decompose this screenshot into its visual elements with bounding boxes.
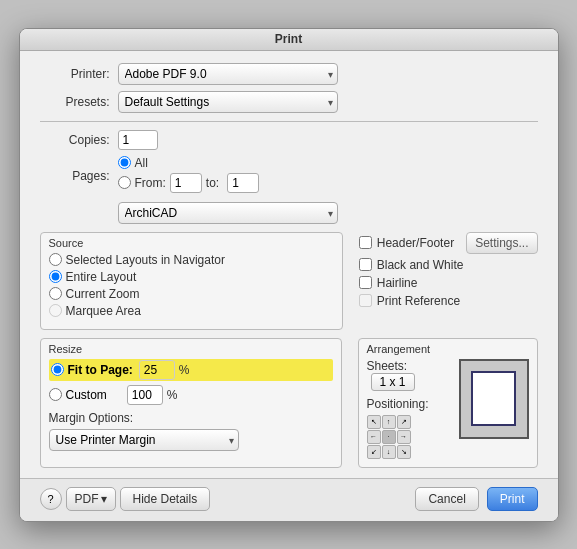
cancel-button[interactable]: Cancel <box>415 487 478 511</box>
resize-legend: Resize <box>49 343 333 355</box>
presets-row: Presets: Default Settings <box>40 91 538 113</box>
source-radio-2[interactable] <box>49 287 62 300</box>
arrangement-content: Sheets: 1 x 1 Positioning: ↖ ↑ ↗ ← · → ↙ <box>367 359 529 459</box>
custom-value-input[interactable] <box>127 385 163 405</box>
margin-label: Margin Options: <box>49 411 134 425</box>
fit-to-page-radio[interactable] <box>51 363 64 376</box>
pages-from-label: From: <box>135 176 166 190</box>
margin-select-wrapper: Use Printer Margin <box>49 429 239 451</box>
arrangement-box: Arrangement Sheets: 1 x 1 Positioning: ↖… <box>358 338 538 468</box>
printer-select[interactable]: Adobe PDF 9.0 <box>118 63 338 85</box>
pages-from-row: From: to: <box>118 173 260 193</box>
pdf-arrow-icon: ▾ <box>101 492 107 506</box>
printer-row: Printer: Adobe PDF 9.0 <box>40 63 538 85</box>
fit-to-page-row: Fit to Page: % <box>49 359 333 381</box>
print-reference-label: Print Reference <box>377 294 460 308</box>
fit-percent-label: % <box>179 363 190 377</box>
footer-left: ? PDF ▾ Hide Details <box>40 487 211 511</box>
header-footer-label: Header/Footer <box>377 236 454 250</box>
sheets-value: 1 x 1 <box>371 373 415 391</box>
sheets-row: Sheets: 1 x 1 <box>367 359 445 391</box>
copies-input[interactable] <box>118 130 158 150</box>
print-dialog: Print Printer: Adobe PDF 9.0 Presets: De… <box>19 28 559 522</box>
hide-details-button[interactable]: Hide Details <box>120 487 211 511</box>
source-option-0: Selected Layouts in Navigator <box>49 253 334 267</box>
resize-box: Resize Fit to Page: % Custom % Margin Op… <box>40 338 342 468</box>
source-option-2: Current Zoom <box>49 287 334 301</box>
source-radio-0[interactable] <box>49 253 62 266</box>
pages-to-label: to: <box>206 176 219 190</box>
sheets-label: Sheets: <box>367 359 408 373</box>
hairline-label: Hairline <box>377 276 418 290</box>
preview-inner <box>471 371 516 426</box>
source-radio-1[interactable] <box>49 270 62 283</box>
page-preview <box>459 359 529 439</box>
pos-top-left[interactable]: ↖ <box>367 415 381 429</box>
source-label-0: Selected Layouts in Navigator <box>66 253 225 267</box>
pos-mid-right[interactable]: → <box>397 430 411 444</box>
bottom-section: Resize Fit to Page: % Custom % Margin Op… <box>40 338 538 468</box>
pos-mid-center[interactable]: · <box>382 430 396 444</box>
pos-mid-left[interactable]: ← <box>367 430 381 444</box>
middle-section: Source Selected Layouts in Navigator Ent… <box>40 232 538 330</box>
help-button[interactable]: ? <box>40 488 62 510</box>
print-button[interactable]: Print <box>487 487 538 511</box>
pos-top-right[interactable]: ↗ <box>397 415 411 429</box>
positioning-label: Positioning: <box>367 397 445 411</box>
pages-from-radio[interactable] <box>118 176 131 189</box>
source-label-3: Marquee Area <box>66 304 141 318</box>
pdf-label: PDF <box>75 492 99 506</box>
source-label-2: Current Zoom <box>66 287 140 301</box>
margin-row: Margin Options: <box>49 411 333 425</box>
positioning-grid: ↖ ↑ ↗ ← · → ↙ ↓ ↘ <box>367 415 445 459</box>
copies-label: Copies: <box>40 133 110 147</box>
pages-all-label: All <box>135 156 148 170</box>
dialog-content: Printer: Adobe PDF 9.0 Presets: Default … <box>20 51 558 478</box>
source-option-1: Entire Layout <box>49 270 334 284</box>
settings-button[interactable]: Settings... <box>466 232 537 254</box>
fit-to-page-label: Fit to Page: <box>68 363 133 377</box>
source-legend: Source <box>49 237 334 249</box>
pages-all-radio[interactable] <box>118 156 131 169</box>
pos-bot-center[interactable]: ↓ <box>382 445 396 459</box>
black-white-label: Black and White <box>377 258 464 272</box>
printer-label: Printer: <box>40 67 110 81</box>
presets-select-wrapper: Default Settings <box>118 91 338 113</box>
copies-row: Copies: <box>40 130 538 150</box>
hairline-checkbox[interactable] <box>359 276 372 289</box>
pages-from-input[interactable] <box>170 173 202 193</box>
black-white-checkbox[interactable] <box>359 258 372 271</box>
hairline-row: Hairline <box>359 276 538 290</box>
right-panel: Header/Footer Settings... Black and Whit… <box>359 232 538 330</box>
divider-1 <box>40 121 538 122</box>
titlebar: Print <box>20 29 558 51</box>
pos-bot-right[interactable]: ↘ <box>397 445 411 459</box>
pages-row: Pages: All From: to: <box>40 156 538 196</box>
window-title: Print <box>275 32 302 46</box>
pos-bot-left[interactable]: ↙ <box>367 445 381 459</box>
pdf-button[interactable]: PDF ▾ <box>66 487 116 511</box>
header-footer-checkbox[interactable] <box>359 236 372 249</box>
margin-select-row: Use Printer Margin <box>49 429 333 451</box>
source-option-3: Marquee Area <box>49 304 334 318</box>
fit-value-input[interactable] <box>139 360 175 380</box>
pages-col: All From: to: <box>118 156 260 196</box>
source-radio-3[interactable] <box>49 304 62 317</box>
pages-to-input[interactable] <box>227 173 259 193</box>
black-white-row: Black and White <box>359 258 538 272</box>
footer: ? PDF ▾ Hide Details Cancel Print <box>20 478 558 521</box>
source-box: Source Selected Layouts in Navigator Ent… <box>40 232 343 330</box>
pos-top-center[interactable]: ↑ <box>382 415 396 429</box>
print-reference-row: Print Reference <box>359 294 538 308</box>
archicad-select[interactable]: ArchiCAD <box>118 202 338 224</box>
presets-select[interactable]: Default Settings <box>118 91 338 113</box>
custom-radio[interactable] <box>49 388 62 401</box>
margin-select[interactable]: Use Printer Margin <box>49 429 239 451</box>
printer-select-wrapper: Adobe PDF 9.0 <box>118 63 338 85</box>
pages-all-row: All <box>118 156 260 170</box>
archicad-select-wrapper: ArchiCAD <box>118 202 338 224</box>
custom-row: Custom % <box>49 385 333 405</box>
print-reference-checkbox[interactable] <box>359 294 372 307</box>
arrangement-left: Sheets: 1 x 1 Positioning: ↖ ↑ ↗ ← · → ↙ <box>367 359 445 459</box>
arrangement-legend: Arrangement <box>367 343 529 355</box>
